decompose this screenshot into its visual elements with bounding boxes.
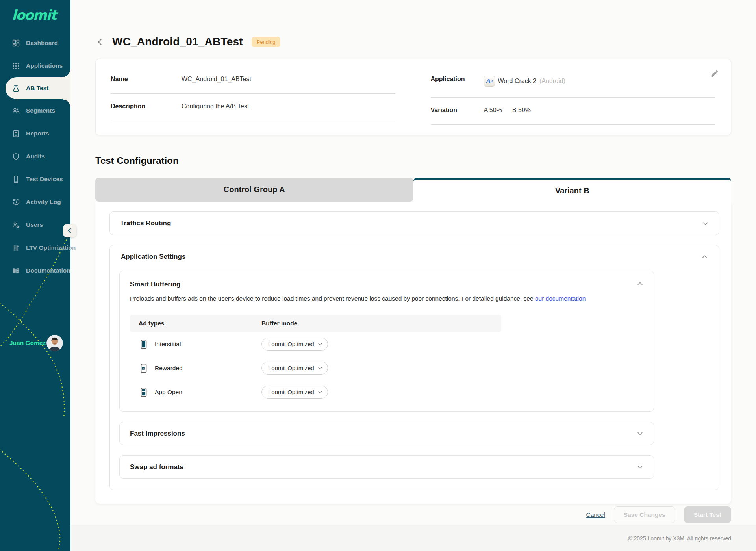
segments-icon	[12, 107, 20, 115]
status-badge: Pending	[252, 37, 281, 47]
sidebar-item-label: AB Test	[26, 85, 48, 92]
swap-ad-formats-title: Swap ad formats	[130, 463, 183, 471]
interstitial-ad-icon	[139, 339, 149, 349]
test-devices-phone-icon	[12, 175, 20, 184]
traffics-routing-title: Traffics Routing	[120, 219, 171, 227]
table-row-interstitial: Interstitial Loomit Optimized	[130, 332, 501, 356]
sidebar-item-label: Documentation	[26, 267, 70, 274]
sidebar-item-documentation[interactable]: Documentation	[0, 259, 70, 282]
swap-ad-formats-header[interactable]: Swap ad formats	[120, 456, 654, 478]
ad-types-table: Ad types Buffer mode Interstitial	[130, 315, 501, 404]
fast-impressions-title: Fast Impressions	[130, 430, 185, 438]
action-buttons: Cancel Save Changes Start Test	[95, 506, 731, 523]
chevron-down-icon	[318, 366, 322, 371]
sidebar-nav: Dashboard Applications AB Test Segments	[0, 32, 70, 282]
tab-control-group-a[interactable]: Control Group A	[95, 178, 413, 202]
ad-type-cell: Rewarded	[139, 363, 261, 373]
name-field-row: Name WC_Android_01_ABTest	[111, 76, 395, 94]
chevron-left-icon	[67, 228, 72, 234]
start-test-button[interactable]: Start Test	[684, 506, 731, 523]
sidebar-item-reports[interactable]: Reports	[0, 122, 70, 145]
sidebar-item-label: Reports	[26, 130, 49, 137]
application-settings-accordion: Application Settings Smart Buffering P	[109, 245, 719, 490]
user-name: Juan Gómez	[9, 340, 46, 347]
sidebar-item-users[interactable]: Users	[0, 213, 70, 236]
test-info-card: Name WC_Android_01_ABTest Description Co…	[95, 59, 731, 135]
ltv-optimization-sliders-icon	[12, 244, 20, 252]
variation-a: A 50%	[484, 107, 502, 114]
name-value: WC_Android_01_ABTest	[182, 76, 251, 83]
description-value: Configuring the A/B Test	[182, 103, 249, 110]
tab-variant-b[interactable]: Variant B	[413, 178, 732, 202]
ad-type-cell: App Open	[139, 387, 261, 397]
application-settings-title: Application Settings	[121, 253, 185, 261]
sidebar-item-label: Users	[26, 221, 43, 228]
page-header: WC_Android_01_ABTest Pending	[95, 35, 731, 48]
ad-types-header: Ad types	[139, 320, 261, 327]
sidebar-item-label: Test Devices	[26, 176, 63, 183]
sidebar-item-test-devices[interactable]: Test Devices	[0, 168, 70, 191]
application-name: Word Crack 2	[498, 78, 537, 85]
variation-label: Variation	[431, 107, 484, 114]
traffics-routing-header[interactable]: Traffics Routing	[110, 212, 719, 235]
variation-value: A 50% B 50%	[484, 107, 531, 114]
smart-buffering-header[interactable]: Smart Buffering	[130, 280, 643, 288]
sidebar: loomit Dashboard Applications AB Test	[0, 0, 70, 551]
documentation-link[interactable]: our documentation	[535, 295, 586, 302]
documentation-book-icon	[12, 267, 20, 275]
activity-log-history-icon	[12, 198, 20, 206]
traffics-routing-accordion: Traffics Routing	[109, 211, 719, 235]
test-group-tabs: Control Group A Variant B	[95, 178, 731, 202]
sidebar-item-segments[interactable]: Segments	[0, 99, 70, 122]
buffer-mode-dropdown-rewarded[interactable]: Loomit Optimized	[261, 362, 328, 375]
info-right-column: Application A1 Word Crack 2 (Android) Va…	[431, 76, 715, 125]
chevron-down-icon	[318, 390, 322, 395]
sidebar-item-label: LTV Optimization	[26, 244, 76, 251]
sidebar-item-label: Segments	[26, 107, 55, 114]
user-profile[interactable]: Juan Gómez	[9, 335, 63, 351]
sidebar-item-activity-log[interactable]: Activity Log	[0, 191, 70, 213]
fast-impressions-header[interactable]: Fast Impressions	[120, 422, 654, 445]
buffer-mode-dropdown-interstitial[interactable]: Loomit Optimized	[261, 338, 328, 351]
sidebar-item-ab-test[interactable]: AB Test	[6, 77, 70, 99]
application-label: Application	[431, 76, 484, 83]
description-label: Description	[111, 103, 182, 110]
table-row-app-open: App Open Loomit Optimized	[130, 380, 501, 404]
back-button[interactable]	[95, 37, 105, 47]
variation-field-row: Variation A 50% B 50%	[431, 107, 715, 125]
sidebar-item-label: Dashboard	[26, 39, 58, 46]
ad-type-cell: Interstitial	[139, 339, 261, 349]
save-changes-button[interactable]: Save Changes	[614, 506, 675, 523]
edit-button[interactable]	[709, 68, 721, 81]
info-left-column: Name WC_Android_01_ABTest Description Co…	[111, 76, 395, 125]
buffer-mode-dropdown-app-open[interactable]: Loomit Optimized	[261, 386, 328, 399]
application-settings-header[interactable]: Application Settings	[119, 245, 710, 268]
page-footer: © 2025 Loomit by X3M. All rights reserve…	[70, 525, 756, 551]
sidebar-item-label: Audits	[26, 153, 45, 160]
word-crack-2-icon: A1	[484, 76, 495, 87]
chevron-down-icon	[637, 430, 643, 437]
variation-b: B 50%	[512, 107, 531, 114]
cancel-button[interactable]: Cancel	[586, 511, 605, 518]
application-platform: (Android)	[539, 78, 565, 85]
ad-type-label: App Open	[155, 389, 182, 396]
application-field-row: Application A1 Word Crack 2 (Android)	[431, 76, 715, 98]
users-gear-icon	[12, 221, 20, 229]
sidebar-item-applications[interactable]: Applications	[0, 54, 70, 77]
rewarded-ad-icon	[139, 363, 149, 373]
sidebar-item-label: Applications	[26, 62, 63, 69]
smart-buffering-description: Preloads and buffers ads on the user's d…	[130, 294, 643, 303]
variant-b-panel: Traffics Routing Application Settings	[95, 202, 731, 504]
sidebar-item-dashboard[interactable]: Dashboard	[0, 32, 70, 54]
sidebar-collapse-button[interactable]	[63, 224, 76, 237]
swap-ad-formats-accordion: Swap ad formats	[119, 455, 654, 479]
sidebar-item-ltv-optimization[interactable]: LTV Optimization	[0, 236, 70, 259]
smart-buffering-card: Smart Buffering Preloads and buffers ads…	[119, 271, 654, 412]
table-header-row: Ad types Buffer mode	[130, 315, 501, 332]
table-row-rewarded: Rewarded Loomit Optimized	[130, 356, 501, 380]
chevron-down-icon	[318, 342, 322, 347]
sidebar-item-audits[interactable]: Audits	[0, 145, 70, 168]
pencil-icon	[710, 69, 719, 78]
chevron-down-icon	[702, 220, 709, 227]
main-area: WC_Android_01_ABTest Pending Name WC_And…	[70, 0, 756, 551]
